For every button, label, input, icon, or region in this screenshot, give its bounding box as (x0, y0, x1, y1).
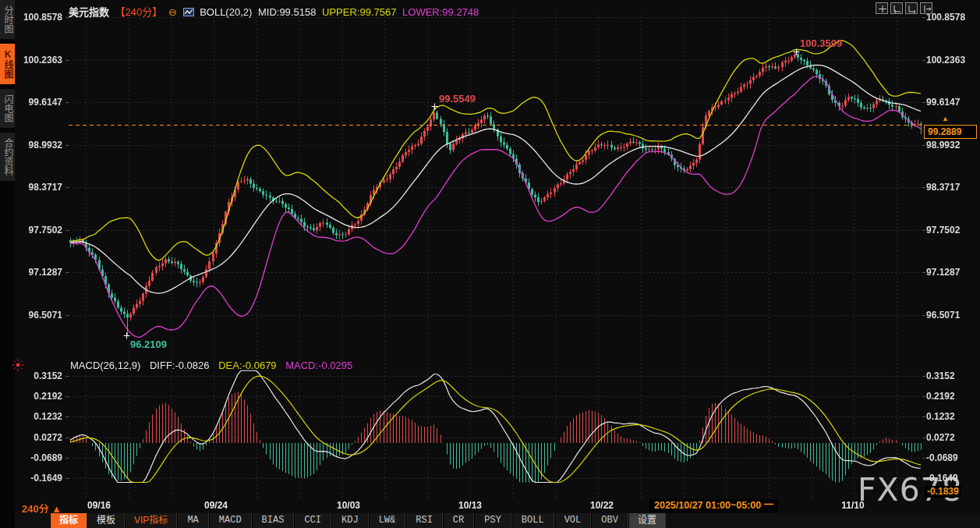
fit-x-axis-icon[interactable] (905, 2, 918, 14)
live-indicator-icon (12, 359, 24, 371)
x-axis-label: 09/16 (87, 500, 111, 511)
price-axis-label-left: 100.8578 (16, 12, 62, 23)
x-axis-label: 10/03 (337, 500, 360, 511)
price-axis-label-left: 97.7502 (16, 225, 62, 236)
x-axis-label: 11/10 (841, 500, 864, 511)
price-axis-label-left: 99.6147 (16, 97, 62, 108)
macd-indicator-label: MACD(26,12,9) (70, 360, 140, 371)
toolbar-button-OBV[interactable]: OBV (591, 513, 628, 528)
macd-axis-label-right: 0.0272 (926, 432, 955, 443)
trading-terminal: 分时图K线图闪电图合约资料 美元指数 【240分】 ⊖ BOLL(20,2) M… (0, 0, 980, 528)
toolbar-button-RSI[interactable]: RSI (405, 513, 443, 528)
toolbar-button-LW&[interactable]: LW& (369, 513, 406, 528)
crosshair-date-tooltip: 2025/10/27 01:00~05:00 一 (649, 499, 778, 512)
chart-header: 美元指数 【240分】 ⊖ BOLL(20,2) MID:99.5158 UPP… (69, 4, 482, 19)
price-axis-label-left: 97.1287 (16, 267, 62, 278)
boll-chart-icon (183, 7, 194, 16)
macd-axis-label-left: 0.0272 (16, 432, 62, 443)
macd-axis-label-left: 0.2192 (16, 391, 62, 402)
macd-axis-label-right: 0.1232 (926, 411, 955, 422)
price-axis-label-right: 100.2363 (926, 55, 965, 66)
price-annotation-96.2109: 96.2109 (130, 338, 167, 350)
toolbar-button-BOLL[interactable]: BOLL (511, 513, 554, 528)
price-marker-icon: ▲ (942, 115, 949, 122)
toolbar-button-CR[interactable]: CR (443, 513, 474, 528)
price-axis-label-right: 96.5071 (926, 310, 960, 321)
macd-axis-label-left: 0.1232 (16, 411, 62, 422)
sidebar-tab-lightning[interactable]: 闪电图 (0, 89, 15, 128)
x-axis-label: 10/22 (590, 500, 614, 511)
price-annotation-99.5549: 99.5549 (439, 93, 476, 105)
price-axis-label-left: 96.5071 (16, 310, 62, 321)
toolbar-button-BIAS[interactable]: BIAS (252, 513, 295, 528)
boll-lower-value: LOWER:99.2748 (402, 6, 479, 18)
toolbar-button-设置[interactable]: 设置 (628, 513, 666, 528)
macd-axis-label-left: -0.0689 (16, 452, 62, 463)
toolbar-button-VOL[interactable]: VOL (554, 513, 592, 528)
current-price-box: 99.2889 (924, 125, 977, 139)
macd-header: MACD(26,12,9) DIFF:-0.0826 DEA:-0.0679 M… (70, 360, 359, 371)
macd-axis-label-left: -0.1649 (16, 473, 62, 484)
symbol-name: 美元指数 (69, 6, 109, 18)
price-axis-label-left: 100.2363 (16, 55, 62, 66)
crosshair-icon[interactable] (876, 2, 888, 14)
macd-current-box: -0.1839 (925, 486, 961, 498)
price-axis-label-right: 99.6147 (926, 97, 960, 108)
boll-upper-value: UPPER:99.7567 (322, 6, 396, 18)
sidebar-tab-kline[interactable]: K线图 (0, 44, 15, 84)
macd-axis-label-left: 0.3152 (16, 370, 62, 381)
macd-diff-value: DIFF:-0.0826 (150, 360, 210, 371)
boll-indicator-label: BOLL(20,2) (200, 6, 252, 18)
chart-window-controls (876, 2, 932, 14)
macd-axis-label-right: 0.3152 (926, 370, 955, 381)
macd-axis-label-right: -0.1649 (926, 473, 958, 484)
toolbar-button-模板[interactable]: 模板 (87, 513, 125, 528)
x-axis-label: 10/13 (458, 500, 482, 511)
toolbar-button-CCI[interactable]: CCI (294, 513, 331, 528)
price-axis-label-left: 98.3717 (16, 182, 62, 193)
price-axis-label-right: 98.3717 (926, 182, 960, 193)
chart-type-sidebar: 分时图K线图闪电图合约资料 (0, 0, 15, 528)
pan-right-icon[interactable] (920, 2, 932, 14)
sidebar-tab-contract-info[interactable]: 合约资料 (0, 133, 15, 181)
price-axis-label-right: 97.1287 (926, 267, 960, 278)
price-annotation-100.3599: 100.3599 (800, 37, 842, 49)
interval-badge: 【240分】 (115, 6, 163, 18)
toolbar-button-KDJ[interactable]: KDJ (331, 513, 369, 528)
price-axis-label-right: 97.7502 (926, 225, 960, 236)
boll-mid-value: MID:99.5158 (258, 6, 316, 18)
toolbar-button-VIP指标[interactable]: VIP指标 (125, 513, 177, 528)
price-chart-canvas[interactable] (0, 0, 980, 528)
x-axis-label: 09/24 (204, 500, 228, 511)
price-axis-label-right: 98.9932 (926, 140, 960, 151)
macd-hist-value: MACD:-0.0295 (285, 360, 352, 371)
fit-y-axis-icon[interactable] (890, 2, 903, 14)
toolbar-button-PSY[interactable]: PSY (474, 513, 511, 528)
macd-dea-value: DEA:-0.0679 (218, 360, 276, 371)
macd-axis-label-right: -0.0689 (926, 452, 958, 463)
indicator-toolbar: 指标模板VIP指标MAMACDBIASCCIKDJLW&RSICRPSYBOLL… (15, 513, 980, 528)
sidebar-tab-time-share[interactable]: 分时图 (0, 0, 15, 39)
toolbar-button-MA[interactable]: MA (177, 513, 208, 528)
toolbar-button-指标[interactable]: 指标 (50, 513, 87, 528)
macd-axis-label-right: 0.2192 (926, 391, 955, 402)
price-axis-label-left: 98.9932 (16, 140, 62, 151)
toolbar-button-MACD[interactable]: MACD (209, 513, 252, 528)
collapse-icon[interactable]: ⊖ (168, 6, 177, 18)
